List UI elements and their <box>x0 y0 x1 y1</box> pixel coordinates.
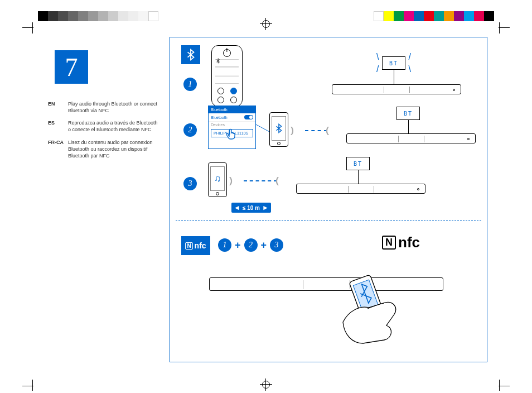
arrow-left-icon: ◄ <box>234 204 240 212</box>
crop-mark <box>499 27 510 28</box>
smartphone-playing: ♫ <box>208 162 227 197</box>
bluetooth-toggle-label: Bluetooth <box>211 116 228 119</box>
language-code: FR-CA <box>48 139 68 159</box>
dashed-connection <box>244 180 277 181</box>
bluetooth-button <box>230 88 237 94</box>
nfc-logo: Nnfc <box>382 234 420 251</box>
signal-waves-icon: ))) <box>328 126 329 136</box>
step-badge-2: 2 <box>244 238 258 252</box>
dialog-title: Bluetooth <box>209 106 255 113</box>
callout-line <box>256 124 270 139</box>
nfc-step-sequence: 1 + 2 + 3 <box>218 238 283 252</box>
bluetooth-icon <box>274 123 284 133</box>
toggle-on-icon <box>244 115 253 119</box>
soundbar <box>346 133 476 143</box>
bt-display: BT <box>346 157 370 170</box>
crop-mark <box>22 386 33 386</box>
plus-icon: + <box>235 239 241 251</box>
device-row: PHILIPS HTL3110S <box>211 129 253 137</box>
distance-indicator: ◄ ≤ 10 m ► <box>231 203 271 213</box>
signal-waves-icon: ))) <box>278 176 279 186</box>
remote-control <box>211 45 243 107</box>
instruction-row: ESReproduzca audio a través de Bluetooth… <box>48 119 159 133</box>
instruction-text-column: ENPlay audio through Bluetooth or connec… <box>48 100 159 165</box>
registration-mark <box>260 18 272 30</box>
step-badge-3: 3 <box>183 177 197 190</box>
bt-display: BT <box>396 107 420 120</box>
soundbar <box>296 184 425 194</box>
instruction-text: Play audio through Bluetooth or connect … <box>68 100 159 114</box>
arrow-right-icon: ► <box>262 204 269 212</box>
bt-display-blinking: BT <box>382 56 405 70</box>
language-code: EN <box>48 100 68 114</box>
bluetooth-icon <box>181 45 200 64</box>
print-colorbar-right <box>374 11 494 21</box>
step-badge-2: 2 <box>183 123 197 137</box>
plus-icon: + <box>261 239 267 251</box>
devices-label: Devices <box>209 122 255 128</box>
nfc-tap-illustration <box>332 272 415 347</box>
bluetooth-settings-dialog: Bluetooth Bluetooth Devices PHILIPS HTL3… <box>208 106 256 149</box>
crop-mark <box>499 380 500 391</box>
dashed-connection <box>305 130 327 131</box>
step-badge-3: 3 <box>270 238 283 252</box>
power-icon <box>223 49 231 57</box>
soundbar <box>332 84 461 94</box>
section-divider <box>176 221 481 221</box>
crop-mark <box>499 386 510 386</box>
tap-hand-icon <box>225 129 237 142</box>
registration-mark <box>260 378 272 391</box>
crop-mark <box>32 380 33 391</box>
instruction-row: ENPlay audio through Bluetooth or connec… <box>48 100 159 114</box>
step-number-badge: 7 <box>55 50 88 84</box>
page-content: 7 ENPlay audio through Bluetooth or conn… <box>38 33 494 366</box>
crop-mark <box>22 27 33 28</box>
crop-mark <box>32 22 33 33</box>
music-note-icon: ♫ <box>214 174 221 184</box>
signal-waves-icon: ))) <box>229 176 230 186</box>
instruction-text: Lisez du contenu audio par connexion Blu… <box>68 139 159 159</box>
crop-mark <box>499 22 500 33</box>
step-badge-1: 1 <box>183 78 197 91</box>
signal-waves-icon: ))) <box>291 126 291 136</box>
smartphone <box>269 112 288 147</box>
language-code: ES <box>48 119 68 133</box>
nfc-chip-icon: Nnfc <box>181 236 210 255</box>
bluetooth-icon <box>215 58 221 64</box>
instruction-row: FR-CALisez du contenu audio par connexio… <box>48 139 159 159</box>
diagram-panel: 1 BT \ / / \ 2 <box>170 37 487 362</box>
step-badge-1: 1 <box>218 238 231 252</box>
instruction-text: Reproduzca audio a través de Bluetooth o… <box>68 119 159 133</box>
print-colorbar-left <box>38 11 158 21</box>
